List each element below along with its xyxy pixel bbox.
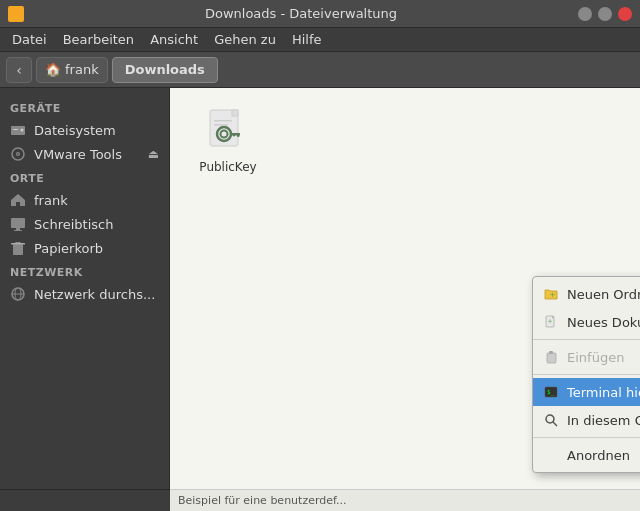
menu-gehen-zu[interactable]: Gehen zu [206,30,284,49]
ctx-new-doc[interactable]: + Neues Dokument erstellen ▶ [533,308,640,336]
svg-rect-18 [232,110,238,116]
section-geraete: GERÄTE [0,96,169,118]
ctx-new-doc-label: Neues Dokument erstellen [567,315,640,330]
titlebar: Downloads - Dateiverwaltung ─ □ ✕ [0,0,640,28]
svg-line-34 [553,422,557,426]
ctx-separator-1 [533,339,640,340]
svg-rect-4 [13,129,18,130]
ctx-search-label: In diesem Ordner suchen [567,413,640,428]
arrange-icon [543,447,559,463]
back-button[interactable]: ‹ [6,57,32,83]
svg-rect-23 [233,133,235,137]
desktop-icon [10,216,26,232]
ctx-terminal-label: Terminal hier öffnen [567,385,640,400]
sidebar-label-schreibtisch: Schreibtisch [34,217,113,232]
ctx-new-folder[interactable]: + Neuen Ordner erstellen ... [533,280,640,308]
ctx-paste-label: Einfügen [567,350,624,365]
main-layout: GERÄTE Dateisystem VMware Tools ⏏ [0,88,640,489]
svg-rect-1 [10,8,18,11]
svg-text:+: + [550,291,556,299]
navbar: ‹ 🏠 frank Downloads [0,52,640,88]
menubar: Datei Bearbeiten Ansicht Gehen zu Hilfe [0,28,640,52]
cdrom-icon [10,146,26,162]
minimize-button[interactable]: ─ [578,7,592,21]
svg-rect-10 [14,230,22,231]
paste-icon [543,349,559,365]
svg-rect-22 [237,133,240,137]
ctx-new-folder-label: Neuen Ordner erstellen ... [567,287,640,302]
statusbar-left [0,489,170,511]
statusbar-text: Beispiel für eine benutzerdef... [178,494,347,507]
svg-rect-0 [10,11,22,20]
home-breadcrumb[interactable]: 🏠 frank [36,57,108,83]
ctx-terminal[interactable]: $_ Terminal hier öffnen [533,378,640,406]
sidebar-item-papierkorb[interactable]: Papierkorb [0,236,169,260]
ctx-arrange[interactable]: Anordnen ▶ [533,441,640,469]
svg-rect-13 [11,243,25,245]
ctx-arrange-label: Anordnen [567,448,630,463]
terminal-icon: $_ [543,384,559,400]
ctx-separator-3 [533,437,640,438]
trash-icon [10,240,26,256]
home-sidebar-icon [10,192,26,208]
svg-rect-30 [549,351,553,354]
sidebar-item-schreibtisch[interactable]: Schreibtisch [0,212,169,236]
unmount-icon[interactable]: ⏏ [148,147,159,161]
current-folder-breadcrumb[interactable]: Downloads [112,57,218,83]
section-orte: ORTE [0,166,169,188]
svg-rect-24 [214,120,232,122]
home-icon: 🏠 [45,62,61,77]
close-button[interactable]: ✕ [618,7,632,21]
new-folder-icon: + [543,286,559,302]
svg-text:$_: $_ [547,388,555,396]
sidebar-label-vmware: VMware Tools [34,147,122,162]
svg-rect-29 [547,353,556,363]
sidebar-label-papierkorb: Papierkorb [34,241,103,256]
search-in-folder-icon [543,412,559,428]
svg-point-3 [21,129,24,132]
svg-point-33 [546,415,554,423]
home-label: frank [65,62,99,77]
maximize-button[interactable]: □ [598,7,612,21]
menu-hilfe[interactable]: Hilfe [284,30,330,49]
menu-datei[interactable]: Datei [4,30,55,49]
svg-rect-25 [214,124,228,126]
sidebar-item-dateisystem[interactable]: Dateisystem [0,118,169,142]
sidebar-item-vmware[interactable]: VMware Tools ⏏ [0,142,169,166]
sidebar: GERÄTE Dateisystem VMware Tools ⏏ [0,88,170,489]
svg-rect-8 [11,218,25,228]
ctx-search[interactable]: In diesem Ordner suchen [533,406,640,434]
sidebar-label-netzwerk: Netzwerk durchs... [34,287,155,302]
svg-rect-9 [16,228,20,230]
svg-rect-11 [13,244,23,255]
sidebar-item-frank[interactable]: frank [0,188,169,212]
window-controls: ─ □ ✕ [578,7,632,21]
app-icon [8,6,24,22]
sidebar-item-netzwerk[interactable]: Netzwerk durchs... [0,282,169,306]
sidebar-label-frank: frank [34,193,68,208]
window-title: Downloads - Dateiverwaltung [24,6,578,21]
ctx-separator-2 [533,374,640,375]
svg-point-7 [17,153,19,155]
network-icon [10,286,26,302]
section-netzwerk: NETZWERK [0,260,169,282]
file-label-publickey: PublicKey [199,160,256,174]
ctx-paste[interactable]: Einfügen [533,343,640,371]
content-area[interactable]: PublicKey + Neuen Ordner erstellen ... [170,88,640,489]
statusbar: Beispiel für eine benutzerdef... [170,489,640,511]
sidebar-label-dateisystem: Dateisystem [34,123,116,138]
key-file-icon [204,108,252,156]
menu-ansicht[interactable]: Ansicht [142,30,206,49]
file-item-publickey[interactable]: PublicKey [188,108,268,174]
new-doc-icon: + [543,314,559,330]
svg-text:+: + [547,317,552,324]
menu-bearbeiten[interactable]: Bearbeiten [55,30,142,49]
context-menu: + Neuen Ordner erstellen ... + Neues Dok… [532,276,640,473]
hdd-icon [10,122,26,138]
